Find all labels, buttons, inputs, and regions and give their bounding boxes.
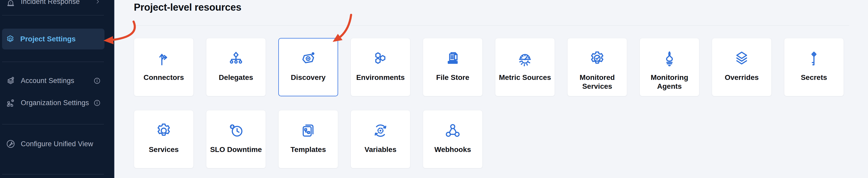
- resource-cards-row-1: Connectors Delegates: [134, 38, 868, 96]
- gauge-gear-icon: [517, 50, 533, 67]
- document-tray-icon: [444, 50, 461, 67]
- sidebar-item-label: Configure Unified View: [21, 140, 93, 148]
- card-label: Connectors: [144, 73, 184, 82]
- wrench-circle-icon: [6, 139, 16, 149]
- key-icon: [806, 50, 822, 67]
- layers-gear-icon: [6, 76, 16, 86]
- sidebar-item-label: Account Settings: [21, 77, 74, 85]
- card-label: Monitoring Agents: [643, 73, 696, 91]
- sidebar-item-account-settings[interactable]: Account Settings: [0, 70, 114, 91]
- card-label: Variables: [365, 145, 397, 154]
- sidebar-item-project-settings[interactable]: Project Settings: [2, 29, 104, 50]
- card-templates[interactable]: Templates: [278, 110, 338, 168]
- card-monitored-services[interactable]: Monitored Services: [567, 38, 627, 96]
- info-icon[interactable]: [93, 77, 101, 85]
- gear-sync-icon: [372, 122, 389, 140]
- sidebar-item-incident-response[interactable]: Incident Response: [0, 0, 114, 10]
- card-delegates[interactable]: Delegates: [206, 38, 266, 96]
- card-label: Environments: [356, 73, 405, 82]
- siren-icon: [6, 0, 16, 6]
- card-connectors[interactable]: Connectors: [134, 38, 194, 96]
- card-secrets[interactable]: Secrets: [784, 38, 844, 96]
- sidebar-divider: [2, 62, 104, 62]
- hexagon-gear-icon: [300, 50, 316, 67]
- stacked-diamonds-icon: [733, 50, 750, 67]
- card-file-store[interactable]: File Store: [423, 38, 483, 96]
- card-label: Delegates: [219, 73, 253, 82]
- hexagons-cluster-icon: [372, 50, 389, 67]
- card-label: Templates: [290, 145, 326, 154]
- card-overrides[interactable]: Overrides: [712, 38, 772, 96]
- card-services[interactable]: Services: [134, 110, 194, 168]
- chevron-right-icon: [95, 0, 101, 5]
- card-label: Monitored Services: [571, 73, 624, 91]
- clock-pin-icon: [228, 122, 244, 140]
- card-discovery[interactable]: Discovery: [278, 38, 338, 96]
- sidebar-divider: [2, 174, 104, 174]
- sidebar-item-label: Incident Response: [21, 0, 80, 6]
- card-label: Webhooks: [434, 145, 471, 154]
- card-metric-sources[interactable]: Metric Sources: [495, 38, 555, 96]
- card-label: Discovery: [291, 73, 326, 82]
- page-title: Project-level resources: [134, 2, 868, 13]
- sidebar-divider: [2, 124, 104, 124]
- sidebar-divider: [2, 15, 104, 16]
- card-label: SLO Downtime: [210, 145, 262, 154]
- main-content: Project-level resources Connectors: [115, 0, 868, 178]
- card-monitoring-agents[interactable]: Monitoring Agents: [640, 38, 699, 96]
- card-environments[interactable]: Environments: [350, 38, 410, 96]
- card-label: Metric Sources: [499, 73, 551, 82]
- gear-icon: [155, 122, 172, 140]
- card-slo-downtime[interactable]: SLO Downtime: [206, 110, 266, 168]
- webhook-icon: [444, 122, 461, 140]
- gear-icon: [6, 35, 14, 43]
- sidebar-item-organization-settings[interactable]: Organization Settings: [0, 92, 114, 113]
- resource-cards-row-2: Services SLO Downtime: [134, 110, 868, 168]
- sidebar-item-label: Project Settings: [20, 35, 75, 43]
- card-label: Secrets: [801, 73, 827, 82]
- sidebar-item-configure-unified-view[interactable]: Configure Unified View: [0, 134, 114, 154]
- sidebar-item-label: Organization Settings: [21, 99, 89, 107]
- info-icon[interactable]: [93, 99, 101, 107]
- card-label: File Store: [436, 73, 469, 82]
- header-divider: [134, 25, 849, 26]
- prometheus-torch-icon: [661, 50, 678, 67]
- fork-arrows-icon: [155, 50, 172, 67]
- org-tree-icon: [228, 50, 244, 67]
- org-chart-gear-icon: [6, 98, 16, 108]
- sidebar: Incident Response Project Settings Accou…: [0, 0, 114, 178]
- template-cards-icon: [300, 122, 316, 140]
- card-webhooks[interactable]: Webhooks: [423, 110, 483, 168]
- card-label: Overrides: [725, 73, 759, 82]
- gear-check-icon: [589, 50, 606, 67]
- card-variables[interactable]: Variables: [350, 110, 410, 168]
- card-label: Services: [149, 145, 179, 154]
